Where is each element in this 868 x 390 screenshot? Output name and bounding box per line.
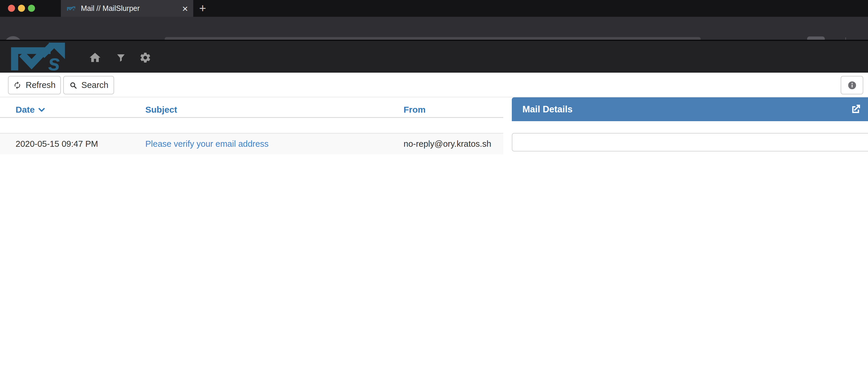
from-column-label: From bbox=[404, 105, 426, 115]
app-navbar bbox=[0, 40, 868, 73]
info-button[interactable] bbox=[841, 76, 863, 94]
browser-toolbar: 127.0.0.1:4436 uO bbox=[0, 17, 868, 40]
refresh-label: Refresh bbox=[26, 80, 56, 90]
mailslurper-logo[interactable] bbox=[8, 43, 73, 71]
filter-funnel-icon bbox=[116, 52, 126, 63]
column-header-from[interactable]: From bbox=[404, 102, 426, 117]
browser-tab[interactable]: Mail // MailSlurper × bbox=[61, 0, 193, 17]
mail-details-title: Mail Details bbox=[522, 104, 862, 115]
window-zoom-button[interactable] bbox=[28, 5, 35, 12]
search-icon bbox=[69, 81, 78, 89]
app-settings-button[interactable] bbox=[139, 52, 152, 64]
external-link-icon bbox=[850, 103, 862, 115]
tab-title: Mail // MailSlurper bbox=[81, 4, 182, 13]
app-home-button[interactable] bbox=[89, 51, 101, 64]
window-close-button[interactable] bbox=[8, 5, 15, 12]
mail-row[interactable]: 2020-05-15 09:47 PM Please verify your e… bbox=[0, 133, 503, 154]
plus-icon: + bbox=[199, 2, 206, 14]
mail-from-cell: no-reply@ory.kratos.sh bbox=[404, 133, 491, 154]
gear-icon bbox=[139, 52, 152, 64]
browser-tab-strip: Mail // MailSlurper × + bbox=[0, 0, 868, 17]
search-label: Search bbox=[82, 80, 108, 90]
tab-close-icon[interactable]: × bbox=[182, 3, 188, 13]
app-filter-button[interactable] bbox=[116, 52, 126, 63]
search-button[interactable]: Search bbox=[63, 76, 114, 94]
column-header-date[interactable]: Date bbox=[16, 102, 45, 117]
mail-date-cell: 2020-05-15 09:47 PM bbox=[16, 133, 98, 154]
subject-column-label: Subject bbox=[145, 105, 177, 115]
date-column-label: Date bbox=[16, 105, 35, 115]
mailslurper-favicon bbox=[67, 5, 76, 12]
mail-details-body bbox=[512, 133, 868, 151]
action-bar: Refresh Search bbox=[0, 73, 868, 97]
open-details-window-button[interactable] bbox=[850, 103, 862, 115]
table-header-divider bbox=[0, 117, 503, 118]
info-icon bbox=[847, 81, 857, 90]
sort-desc-icon bbox=[38, 107, 45, 113]
column-header-subject[interactable]: Subject bbox=[145, 102, 177, 117]
mail-subject-cell: Please verify your email address bbox=[145, 133, 269, 154]
home-icon bbox=[89, 51, 101, 64]
refresh-icon bbox=[13, 81, 22, 89]
mail-subject-link[interactable]: Please verify your email address bbox=[145, 139, 269, 149]
new-tab-button[interactable]: + bbox=[199, 2, 206, 14]
refresh-button[interactable]: Refresh bbox=[8, 76, 61, 94]
window-minimize-button[interactable] bbox=[18, 5, 25, 12]
mail-details-header: Mail Details bbox=[512, 97, 868, 121]
